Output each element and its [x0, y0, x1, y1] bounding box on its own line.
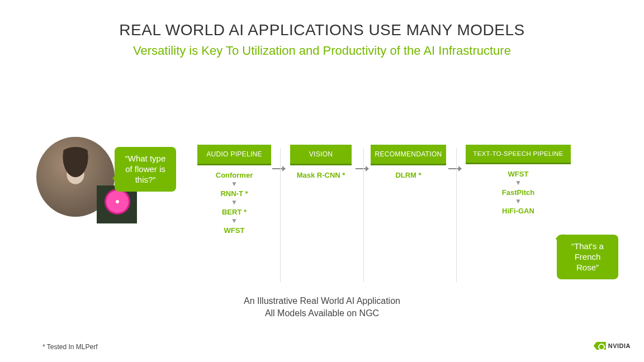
- output-speech-bubble: “That's a French Rose”: [557, 235, 618, 279]
- caption-line: An Illustrative Real World AI Applicatio…: [0, 295, 644, 307]
- pipeline-header: TEXT-TO-SPEECH PIPELINE: [466, 145, 571, 164]
- svg-marker-5: [458, 166, 462, 172]
- footnote-text: * Tested In MLPerf: [42, 343, 98, 351]
- down-arrow-icon: ▼: [197, 217, 271, 224]
- model-label: RNN-T *: [197, 189, 271, 198]
- nvidia-logo: NVIDIA: [594, 342, 631, 350]
- pipeline-vision: VISION Mask R-CNN *: [290, 145, 352, 179]
- model-label: Mask R-CNN *: [290, 171, 352, 179]
- nvidia-eye-icon: [594, 342, 606, 350]
- model-label: BERT *: [197, 208, 271, 216]
- pipeline-header: RECOMMENDATION: [371, 145, 446, 165]
- down-arrow-icon: ▼: [197, 180, 271, 187]
- pipeline-header: AUDIO PIPELINE: [197, 145, 271, 165]
- pipeline-audio: AUDIO PIPELINE Conformer ▼ RNN-T * ▼ BER…: [197, 145, 271, 235]
- diagram-caption: An Illustrative Real World AI Applicatio…: [0, 295, 644, 319]
- model-label: FastPitch: [466, 188, 571, 197]
- pipeline-divider: [280, 148, 281, 282]
- right-arrow-icon: [448, 164, 462, 173]
- caption-line: All Models Available on NGC: [0, 307, 644, 320]
- pipeline-recommendation: RECOMMENDATION DLRM *: [371, 145, 446, 179]
- model-label: HiFi-GAN: [466, 207, 571, 215]
- down-arrow-icon: ▼: [197, 199, 271, 206]
- slide-title: REAL WORLD AI APPLICATIONS USE MANY MODE…: [0, 21, 644, 39]
- model-label: WFST: [466, 170, 571, 178]
- svg-marker-1: [282, 166, 286, 172]
- down-arrow-icon: ▼: [466, 179, 571, 186]
- right-arrow-icon: [272, 164, 286, 173]
- right-arrow-icon: [356, 164, 369, 173]
- pipeline-tts: TEXT-TO-SPEECH PIPELINE WFST ▼ FastPitch…: [466, 145, 571, 215]
- model-label: DLRM *: [371, 171, 446, 179]
- pipeline-divider: [363, 148, 364, 282]
- pipeline-header: VISION: [290, 145, 352, 165]
- slide-subtitle: Versatility is Key To Utilization and Pr…: [0, 44, 644, 58]
- model-label: WFST: [197, 226, 271, 235]
- model-label: Conformer: [197, 171, 271, 179]
- nvidia-logo-text: NVIDIA: [608, 342, 631, 349]
- input-speech-bubble: “What type of flower is this?”: [115, 147, 176, 192]
- pipeline-divider: [456, 148, 457, 282]
- down-arrow-icon: ▼: [466, 198, 571, 204]
- svg-marker-3: [366, 166, 369, 172]
